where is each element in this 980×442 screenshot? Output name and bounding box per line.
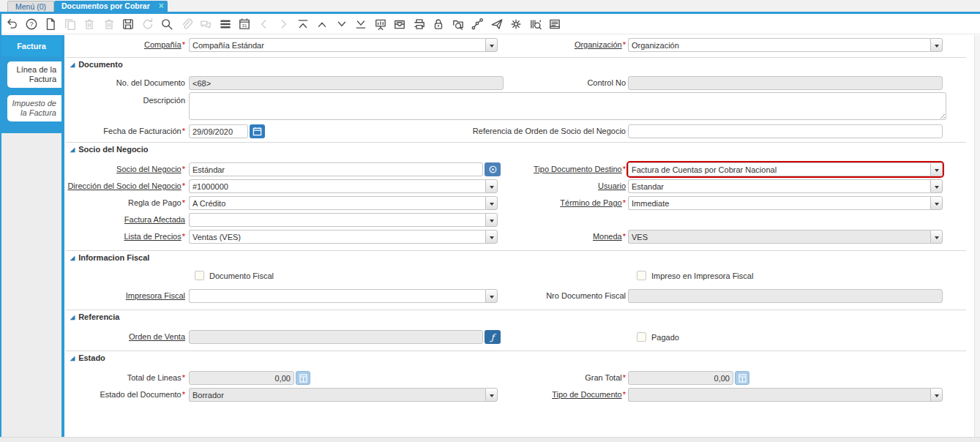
sidebar-tab-impuesto-factura[interactable]: Impuesto de la Factura — [7, 95, 61, 121]
tipo-doc-destino-label[interactable]: Tipo Documento Destino* — [458, 162, 626, 176]
moneda-combo[interactable] — [628, 230, 943, 244]
lista-precios-input[interactable] — [189, 230, 485, 244]
tipo-doc-destino-combo[interactable] — [628, 162, 943, 176]
chevron-down-icon[interactable] — [930, 179, 943, 193]
orden-venta-zoom-button[interactable]: ƒ — [485, 330, 501, 344]
help-icon[interactable]: ? — [25, 18, 38, 31]
lista-precios-label[interactable]: Lista de Precios* — [64, 230, 185, 243]
first-record-icon[interactable] — [296, 18, 310, 31]
socio-field[interactable] — [189, 162, 483, 176]
undo-icon[interactable] — [5, 18, 18, 31]
collapse-icon[interactable]: ◢ — [70, 355, 75, 362]
moneda-input[interactable] — [628, 230, 930, 244]
sidebar-tab-linea-factura[interactable]: Línea de la Factura — [7, 61, 61, 88]
lock-icon[interactable] — [432, 18, 445, 31]
orden-venta-label[interactable]: Orden de Venta — [64, 330, 185, 343]
socio-label[interactable]: Socio del Negocio* — [64, 162, 185, 176]
product-info-icon[interactable] — [529, 18, 542, 31]
zoom-across-icon[interactable] — [452, 18, 465, 31]
termino-pago-combo[interactable] — [628, 196, 943, 210]
estado-documento-input[interactable] — [189, 388, 485, 402]
usuario-label[interactable]: Usuario — [458, 179, 626, 192]
factura-afectada-combo[interactable] — [189, 213, 498, 227]
chevron-down-icon[interactable] — [930, 196, 943, 210]
toggle-grid-icon[interactable] — [219, 18, 232, 31]
gran-total-calculator-button[interactable] — [735, 371, 749, 385]
nro-documento-fiscal-label: Nro Documento Fiscal — [458, 289, 626, 302]
section-fiscal[interactable]: ◢Informacion Fiscal — [70, 253, 149, 263]
collapse-icon[interactable]: ◢ — [70, 255, 75, 261]
tipo-documento-combo[interactable] — [628, 388, 943, 402]
descripcion-textarea[interactable] — [189, 92, 946, 120]
direccion-combo[interactable] — [189, 179, 498, 193]
regla-pago-input[interactable] — [189, 196, 485, 210]
documento-fiscal-checkbox[interactable] — [195, 271, 204, 280]
workflow-icon[interactable] — [471, 18, 484, 31]
compania-label[interactable]: Compañía* — [64, 38, 185, 51]
horizontal-scrollbar[interactable] — [0, 437, 980, 442]
usuario-input[interactable] — [628, 179, 930, 193]
impresora-fiscal-input[interactable] — [189, 289, 485, 303]
window-report-icon[interactable] — [548, 18, 561, 31]
new-record-icon[interactable] — [44, 18, 57, 31]
termino-pago-label[interactable]: Término de Pago* — [458, 196, 626, 209]
direccion-label[interactable]: Dirección del Socio del Negocio* — [64, 179, 185, 192]
section-referencia[interactable]: ◢Referencia — [70, 312, 119, 322]
organizacion-label[interactable]: Organización* — [458, 38, 626, 51]
collapse-icon[interactable]: ◢ — [70, 146, 75, 153]
impresora-fiscal-combo[interactable] — [189, 289, 498, 303]
usuario-combo[interactable] — [628, 179, 943, 193]
impresora-fiscal-label[interactable]: Impresora Fiscal — [64, 289, 185, 302]
tipo-documento-label[interactable]: Tipo de Documento* — [458, 388, 626, 401]
preferences-icon[interactable] — [509, 18, 523, 31]
lista-precios-combo[interactable] — [189, 230, 498, 244]
chevron-down-icon[interactable] — [485, 213, 498, 227]
archive-icon[interactable] — [393, 18, 406, 31]
last-record-icon[interactable] — [354, 18, 367, 31]
termino-pago-input[interactable] — [628, 196, 930, 210]
factura-afectada-input[interactable] — [189, 213, 485, 227]
calendar-button[interactable] — [250, 124, 265, 138]
collapse-icon[interactable]: ◢ — [70, 314, 75, 321]
tipo-documento-input[interactable] — [628, 388, 930, 402]
section-documento[interactable]: ◢Documento — [70, 60, 123, 70]
sidebar-tab-factura[interactable]: Factura — [1, 37, 61, 56]
organizacion-input[interactable] — [628, 38, 930, 52]
save-icon[interactable] — [121, 18, 135, 31]
tipo-doc-destino-input[interactable] — [628, 162, 930, 176]
vertical-scrollbar[interactable] — [974, 35, 980, 437]
total-lineas-calculator-button[interactable] — [296, 371, 310, 385]
fecha-facturacion-field[interactable] — [189, 124, 248, 138]
moneda-label[interactable]: Moneda* — [458, 230, 626, 243]
tab-documentos-por-cobrar[interactable]: Documentos por Cobrar × — [54, 1, 168, 12]
calendar-icon[interactable]: 31 — [238, 18, 251, 31]
section-estado[interactable]: ◢Estado — [70, 353, 105, 363]
chevron-down-icon[interactable] — [930, 38, 943, 52]
chevron-down-icon[interactable] — [930, 162, 943, 176]
collapse-icon[interactable]: ◢ — [70, 61, 75, 68]
factura-afectada-label[interactable]: Factura Afectada — [64, 213, 185, 226]
socio-input[interactable] — [189, 162, 483, 176]
regla-pago-combo[interactable] — [189, 196, 498, 210]
report-icon[interactable] — [374, 18, 387, 31]
next-record-icon[interactable] — [335, 18, 348, 31]
previous-record-icon[interactable] — [315, 18, 329, 31]
print-icon[interactable] — [413, 18, 426, 31]
close-icon[interactable]: × — [159, 1, 164, 12]
fecha-facturacion-input[interactable] — [189, 124, 248, 138]
request-icon[interactable] — [490, 18, 504, 31]
pagado-checkbox[interactable] — [637, 332, 646, 342]
section-socio[interactable]: ◢Socio del Negocio — [70, 145, 149, 154]
compania-combo[interactable] — [189, 38, 498, 52]
referencia-orden-field[interactable] — [628, 124, 943, 138]
chevron-down-icon[interactable] — [930, 388, 943, 402]
tab-menu[interactable]: Menú (0) — [7, 1, 54, 12]
direccion-input[interactable] — [189, 179, 485, 193]
find-icon[interactable] — [160, 18, 173, 31]
impreso-impresora-fiscal-checkbox[interactable] — [637, 271, 646, 280]
estado-documento-combo[interactable] — [189, 388, 498, 402]
chevron-down-icon[interactable] — [930, 230, 943, 244]
compania-input[interactable] — [189, 38, 485, 52]
referencia-orden-input[interactable] — [628, 124, 943, 138]
organizacion-combo[interactable] — [628, 38, 943, 52]
